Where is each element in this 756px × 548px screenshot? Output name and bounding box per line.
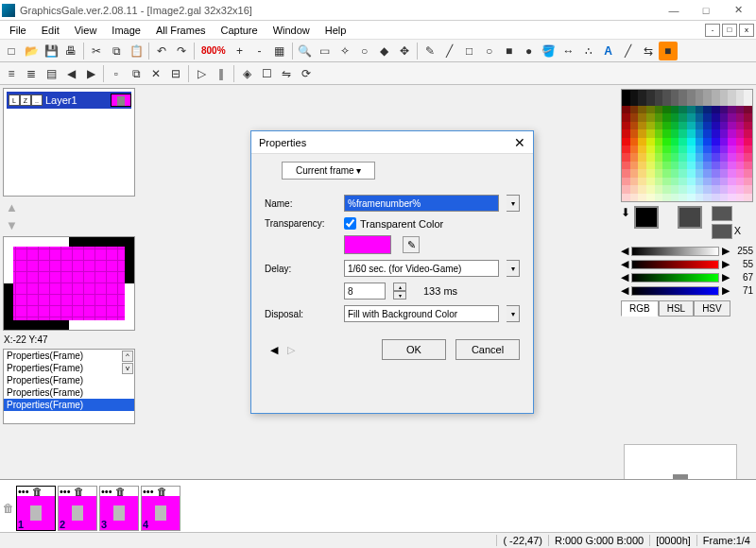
- g-slider[interactable]: ◀▶67: [621, 271, 753, 283]
- history-item[interactable]: Properties(Frame): [4, 374, 134, 386]
- ellipse-icon[interactable]: ○: [480, 42, 499, 60]
- mdi-min[interactable]: -: [705, 24, 720, 37]
- frame-4[interactable]: •••🗑4: [141, 486, 180, 531]
- ok-button[interactable]: OK: [382, 339, 446, 360]
- delay-select[interactable]: 1/60 sec. (for Video-Game): [344, 260, 499, 277]
- tb2-prev[interactable]: ◀: [61, 64, 80, 83]
- zoomout-icon[interactable]: -: [250, 42, 269, 60]
- alt-swatch-1[interactable]: [712, 206, 732, 221]
- color-sel-icon[interactable]: ◆: [375, 42, 394, 60]
- swap-icon[interactable]: ⇆: [639, 42, 658, 60]
- menu-allframes[interactable]: All Frames: [148, 23, 214, 38]
- name-input[interactable]: %framenumber%: [344, 195, 499, 212]
- line-icon[interactable]: ╱: [440, 42, 459, 60]
- pause-icon[interactable]: ‖: [212, 64, 231, 83]
- frame-2[interactable]: •••🗑2: [58, 486, 97, 531]
- wand-icon[interactable]: ✧: [335, 42, 354, 60]
- tab-hsl[interactable]: HSL: [659, 300, 694, 317]
- tb2-3[interactable]: ▤: [42, 64, 60, 83]
- text-icon[interactable]: A: [599, 42, 618, 60]
- fill-rect-icon[interactable]: ■: [500, 42, 519, 60]
- zoomin-icon[interactable]: +: [231, 42, 249, 60]
- menu-window[interactable]: Window: [266, 23, 318, 38]
- alt-swatch-2[interactable]: X: [712, 224, 732, 239]
- replace-icon[interactable]: ↔: [559, 42, 578, 60]
- minimize-button[interactable]: ―: [658, 1, 690, 20]
- dialog-titlebar[interactable]: Properties ✕: [251, 131, 533, 154]
- bucket-icon[interactable]: 🪣: [540, 42, 558, 60]
- menu-image[interactable]: Image: [104, 23, 148, 38]
- strip-trash-icon[interactable]: 🗑: [3, 488, 16, 529]
- eyedrop-icon[interactable]: ╱: [619, 42, 638, 60]
- fg-swatch[interactable]: [634, 206, 659, 229]
- tb2-del[interactable]: ✕: [146, 64, 165, 83]
- delay-spinner[interactable]: ▴▾: [393, 283, 406, 300]
- print-icon[interactable]: 🖶: [61, 42, 80, 60]
- maximize-button[interactable]: □: [690, 1, 722, 20]
- frame-3[interactable]: •••🗑3: [99, 486, 139, 531]
- lock-icon[interactable]: Z: [20, 94, 31, 106]
- redo-icon[interactable]: ↷: [172, 42, 191, 60]
- tb2-dup[interactable]: ⧉: [127, 64, 146, 83]
- menu-view[interactable]: View: [67, 23, 105, 38]
- b-slider[interactable]: ◀▶71: [621, 284, 753, 297]
- history-item[interactable]: Properties(Frame): [4, 362, 134, 374]
- magnifier-icon[interactable]: 🔍: [296, 42, 315, 60]
- spray-icon[interactable]: ∴: [579, 42, 598, 60]
- fill-ellipse-icon[interactable]: ●: [520, 42, 539, 60]
- zoom-level[interactable]: 800%: [198, 45, 230, 56]
- history-item-selected[interactable]: Properties(Frame): [4, 399, 134, 411]
- undo-icon[interactable]: ↶: [152, 42, 171, 60]
- prev-frame-icon[interactable]: ◀: [270, 344, 278, 356]
- disposal-select[interactable]: Fill with Background Color: [344, 305, 499, 322]
- menu-help[interactable]: Help: [318, 23, 354, 38]
- trans-color-swatch[interactable]: [344, 235, 391, 254]
- preview-canvas[interactable]: [3, 236, 135, 331]
- close-button[interactable]: ✕: [722, 1, 754, 20]
- frame-1[interactable]: •••🗑1: [16, 486, 56, 531]
- delay-dropdown-icon[interactable]: ▾: [507, 260, 520, 277]
- trans-checkbox[interactable]: Transparent Color: [344, 217, 443, 230]
- menu-file[interactable]: File: [2, 23, 34, 38]
- color-grid[interactable]: [621, 89, 753, 202]
- layer-item[interactable]: L Z .. Layer1: [7, 92, 131, 109]
- grid-icon[interactable]: ▦: [270, 42, 289, 60]
- arrow-down-icon[interactable]: ⬇: [621, 206, 630, 219]
- tb2-1[interactable]: ≡: [2, 64, 21, 83]
- down-arrow-icon[interactable]: ▼: [6, 218, 136, 232]
- scroll-down-icon[interactable]: v: [122, 363, 133, 374]
- tb2-flip[interactable]: ⇋: [277, 64, 296, 83]
- up-arrow-icon[interactable]: ▲: [6, 200, 136, 214]
- tb2-rot[interactable]: ⟳: [297, 64, 316, 83]
- mdi-close[interactable]: x: [739, 24, 754, 37]
- bg-swatch[interactable]: [678, 206, 702, 229]
- dialog-close-icon[interactable]: ✕: [514, 135, 525, 150]
- save-icon[interactable]: 💾: [42, 42, 60, 60]
- tb2-merge[interactable]: ⊟: [166, 64, 185, 83]
- cut-icon[interactable]: ✂: [87, 42, 106, 60]
- name-dropdown-icon[interactable]: ▾: [507, 195, 520, 212]
- grey-slider[interactable]: ◀▶255: [621, 245, 753, 257]
- tb2-add[interactable]: ▫: [107, 64, 126, 83]
- tb2-next[interactable]: ▶: [81, 64, 100, 83]
- copy-icon[interactable]: ⧉: [107, 42, 126, 60]
- r-slider[interactable]: ◀▶55: [621, 258, 753, 270]
- play-icon[interactable]: ▷: [192, 64, 211, 83]
- rect-icon[interactable]: □: [460, 42, 479, 60]
- history-item[interactable]: Properties(Frame): [4, 350, 134, 362]
- new-icon[interactable]: □: [2, 42, 21, 60]
- next-frame-icon[interactable]: ▷: [287, 344, 295, 356]
- brush-icon[interactable]: ■: [659, 42, 678, 60]
- open-icon[interactable]: 📂: [22, 42, 41, 60]
- visible-icon[interactable]: L: [9, 94, 20, 106]
- eyedropper-icon[interactable]: ✎: [403, 236, 420, 253]
- menu-capture[interactable]: Capture: [214, 23, 266, 38]
- menu-edit[interactable]: Edit: [34, 23, 67, 38]
- tb2-2[interactable]: ≣: [22, 64, 41, 83]
- lasso-icon[interactable]: ○: [355, 42, 374, 60]
- cancel-button[interactable]: Cancel: [455, 339, 520, 360]
- dialog-tab[interactable]: Current frame ▾: [282, 162, 375, 180]
- select-rect-icon[interactable]: ▭: [316, 42, 335, 60]
- move-icon[interactable]: ✥: [395, 42, 414, 60]
- paste-icon[interactable]: 📋: [127, 42, 146, 60]
